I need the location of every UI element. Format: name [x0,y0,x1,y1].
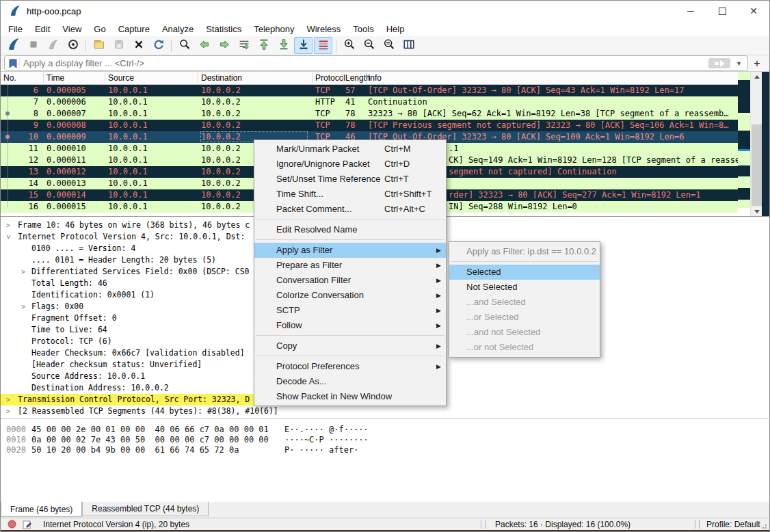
submenu-item-and-not-selected[interactable]: ...and not Selected [449,325,600,340]
auto-scroll-button[interactable] [294,37,313,54]
filter-bookmark-icon[interactable] [7,57,20,69]
menu-analyze[interactable]: Analyze [156,22,200,36]
menu-item-edit-resolved-name[interactable]: Edit Resolved Name [254,222,446,237]
zoom-original-button[interactable] [380,37,398,54]
menu-item-conversation-filter[interactable]: Conversation Filter▶ [254,273,446,288]
submenu-item-not-selected[interactable]: Not Selected [449,280,600,295]
column-separator[interactable] [312,72,313,83]
add-filter-button[interactable]: + [748,57,766,70]
filter-dropdown-caret-icon[interactable]: ▼ [736,60,742,67]
column-header-source[interactable]: Source [108,73,134,83]
display-filter-input[interactable] [20,57,708,69]
menu-statistics[interactable]: Statistics [200,22,248,36]
detail-line[interactable]: >[2 Reassembled TCP Segments (44 bytes):… [1,405,769,417]
go-to-packet-button[interactable] [235,37,253,54]
menu-go[interactable]: Go [88,22,111,36]
submenu-item-or-not-selected[interactable]: ...or not Selected [449,340,600,355]
menu-edit[interactable]: Edit [29,22,56,36]
resize-grip[interactable] [762,524,767,529]
apply-filter-button[interactable] [708,58,730,68]
column-separator[interactable] [366,72,367,83]
reload-button[interactable] [149,37,168,54]
restart-capture-button[interactable] [44,37,62,54]
menu-item-mark-unmark-packet[interactable]: Mark/Unmark PacketCtrl+M [254,142,446,157]
status-splitter-grip[interactable] [695,520,700,529]
menu-wireless[interactable]: Wireless [300,22,347,36]
open-file-button[interactable] [90,37,108,54]
column-header-length[interactable]: Length [345,73,371,83]
byte-tab-frame[interactable]: Frame (46 bytes) [1,501,82,517]
go-back-button[interactable] [195,37,213,54]
menu-item-time-shift[interactable]: Time Shift...Ctrl+Shift+T [254,187,446,202]
close-file-button[interactable] [129,37,148,54]
packet-row[interactable]: 70.00000610.0.0.110.0.0.2HTTP41Continuat… [1,96,769,108]
column-header-info[interactable]: Info [368,73,382,83]
hex-bytes[interactable]: 50 10 20 00 b4 9b 00 00 61 66 74 65 72 0… [31,445,239,455]
column-header-protocol[interactable]: Protocol [315,73,345,83]
menu-item-apply-as-filter[interactable]: Apply as Filter▶ [254,243,446,258]
intelligent-scrollbar-map[interactable] [738,72,750,217]
packet-row[interactable]: 90.00000810.0.0.110.0.0.2TCP78[TCP Previ… [1,120,769,131]
status-splitter-grip[interactable] [481,520,486,529]
column-separator[interactable] [105,72,105,83]
menu-telephony[interactable]: Telephony [248,22,300,36]
column-header-destination[interactable]: Destination [201,73,242,83]
column-separator[interactable] [343,72,343,83]
find-packet-button[interactable] [175,37,194,54]
status-profile[interactable]: Profile: Default [706,520,760,529]
menu-item-packet-comment[interactable]: Packet Comment...Ctrl+Alt+C [254,202,446,217]
column-header-time[interactable]: Time [47,73,64,83]
zoom-out-button[interactable] [360,37,378,54]
capture-options-button[interactable] [64,37,82,54]
byte-tab-reassembled[interactable]: Reassembled TCP (44 bytes) [82,502,209,516]
packet-row[interactable]: 80.00000710.0.0.110.0.0.2TCP7832323 → 80… [1,108,769,120]
menu-help[interactable]: Help [380,22,411,36]
close-button[interactable]: ✕ [738,1,769,21]
menu-view[interactable]: View [56,22,88,36]
menu-tools[interactable]: Tools [347,22,380,36]
stop-capture-button[interactable] [24,37,42,54]
menu-item-protocol-preferences[interactable]: Protocol Preferences▶ [254,359,446,374]
menu-item-sctp[interactable]: SCTP▶ [254,303,446,318]
submenu-item-selected[interactable]: Selected [449,265,600,280]
menu-item-prepare-as-filter[interactable]: Prepare as Filter▶ [254,258,446,273]
scrollbar-thumb[interactable] [752,124,762,206]
hex-bytes[interactable]: 0a 00 00 02 7e 43 00 50 00 00 00 c7 00 0… [31,435,269,445]
go-forward-button[interactable] [215,37,233,54]
go-first-button[interactable] [254,37,273,54]
wireshark-start-button[interactable] [4,37,23,54]
menu-item-show-packet-in-new-window[interactable]: Show Packet in New Window [254,389,446,404]
menu-item-set-unset-time-reference[interactable]: Set/Unset Time ReferenceCtrl+T [254,172,446,187]
hex-bytes[interactable]: 45 00 00 2e 00 01 00 00 40 06 66 c7 0a 0… [31,425,269,435]
hex-ascii[interactable]: E··.···· @·f····· [284,425,369,435]
column-separator[interactable] [198,72,198,83]
minimize-button[interactable] [675,1,706,21]
packet-list-scrollbar[interactable] [750,72,762,217]
hex-row[interactable]: 00100a 00 00 02 7e 43 00 50 00 00 00 c7 … [1,435,769,445]
column-header-no[interactable]: No. [3,73,16,83]
menu-item-colorize-conversation[interactable]: Colorize Conversation▶ [254,288,446,303]
expert-info-icon[interactable] [8,520,16,531]
submenu-item-or-selected[interactable]: ...or Selected [449,310,600,325]
scroll-up-icon[interactable] [751,72,762,82]
menu-capture[interactable]: Capture [112,22,156,36]
menu-file[interactable]: File [2,22,29,36]
hex-row[interactable]: 000045 00 00 2e 00 01 00 00 40 06 66 c7 … [1,425,769,435]
save-file-button[interactable] [109,37,128,54]
submenu-item-and-selected[interactable]: ...and Selected [449,295,600,310]
hex-ascii[interactable]: P· ····· after· [284,445,358,455]
menu-item-ignore-unignore-packet[interactable]: Ignore/Unignore PacketCtrl+D [254,157,446,172]
maximize-button[interactable] [706,1,738,21]
go-last-button[interactable] [274,37,293,54]
colorize-button[interactable] [314,37,332,54]
zoom-in-button[interactable] [340,37,358,54]
menu-item-decode-as[interactable]: Decode As... [254,374,446,389]
menu-item-copy[interactable]: Copy▶ [254,338,446,354]
menu-item-follow[interactable]: Follow▶ [254,318,446,333]
display-filter-field[interactable]: ▼ [4,55,748,71]
hex-ascii[interactable]: ····~C·P ········ [284,435,369,445]
scroll-down-icon[interactable] [751,207,762,217]
hex-row[interactable]: 002050 10 20 00 b4 9b 00 00 61 66 74 65 … [1,445,769,455]
column-separator[interactable] [43,72,44,83]
resize-columns-button[interactable] [399,37,418,54]
